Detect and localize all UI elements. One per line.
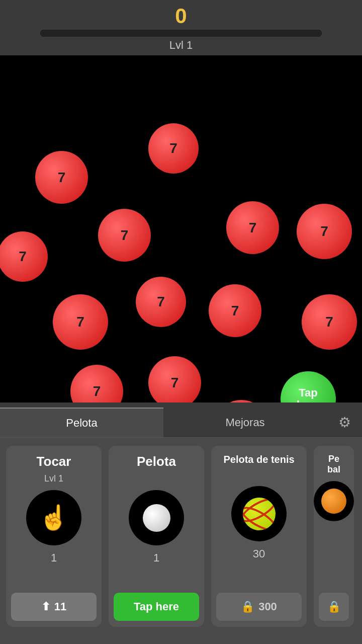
lock-icon: 🔒 xyxy=(241,600,254,613)
ball-6[interactable]: 7 xyxy=(297,204,352,259)
ball-11[interactable]: 7 xyxy=(70,365,123,403)
tabs-bar: Pelota Mejoras ⚙ xyxy=(0,408,362,438)
game-area[interactable]: 77777777777777Taphere xyxy=(0,55,362,403)
card-tenis-button[interactable]: 🔒 300 xyxy=(216,593,302,621)
card-tocar-cost: 11 xyxy=(54,600,66,613)
cards-container[interactable]: Tocar Lvl 1 ☝ 1 ⬆ 11 Pelota 1 Tap here xyxy=(0,438,362,639)
card-pelota-count: 1 xyxy=(153,551,159,565)
card-tenis-count: 30 xyxy=(253,547,265,560)
upgrade-arrow-icon: ⬆ xyxy=(41,600,50,613)
card-tocar-subtitle: Lvl 1 xyxy=(44,473,63,484)
progress-bar-container xyxy=(40,30,322,37)
card-tocar-count: 1 xyxy=(51,551,57,565)
ball-7[interactable]: 7 xyxy=(53,294,108,350)
card-tenis-subtitle xyxy=(257,469,260,480)
ball-3[interactable]: 7 xyxy=(98,209,151,262)
ball-12[interactable]: 7 xyxy=(148,356,201,403)
ball-15[interactable]: Taphere xyxy=(281,371,336,403)
tennis-ball-icon xyxy=(243,498,276,530)
card-partial-button[interactable]: 🔒 xyxy=(319,593,349,621)
bottom-panel: Pelota Mejoras ⚙ Tocar Lvl 1 ☝ 1 ⬆ 11 Pe… xyxy=(0,408,362,644)
card-pelota: Pelota 1 Tap here xyxy=(109,446,204,627)
settings-tab[interactable]: ⚙ xyxy=(327,414,362,431)
ball-5[interactable]: 7 xyxy=(226,201,279,254)
lock-icon-partial: 🔒 xyxy=(327,600,341,613)
level-label: Lvl 1 xyxy=(169,39,193,52)
card-partial-icon xyxy=(314,481,354,521)
gear-icon: ⚙ xyxy=(338,414,351,431)
card-partial: Pebal 🔒 xyxy=(314,446,354,627)
ball-10[interactable]: 7 xyxy=(302,294,357,350)
card-tenis-cost: 300 xyxy=(258,600,277,613)
card-pelota-icon xyxy=(129,490,184,545)
progress-bar xyxy=(40,30,322,37)
card-tocar-button[interactable]: ⬆ 11 xyxy=(11,593,97,621)
card-tocar: Tocar Lvl 1 ☝ 1 ⬆ 11 xyxy=(6,446,102,627)
ball-9[interactable]: 7 xyxy=(209,284,261,337)
ball-1[interactable]: 7 xyxy=(148,123,199,174)
ball-2[interactable]: 7 xyxy=(35,151,88,204)
ball-4[interactable]: 7 xyxy=(0,231,48,282)
card-pelota-subtitle xyxy=(155,473,157,484)
card-pelota-tenis: Pelota de tenis 30 🔒 300 xyxy=(211,446,307,627)
card-tocar-title: Tocar xyxy=(37,454,71,469)
orange-ball-icon xyxy=(321,489,346,514)
card-pelota-btn-label: Tap here xyxy=(134,600,179,613)
card-tenis-icon xyxy=(231,486,287,541)
score-display: 0 xyxy=(175,6,187,27)
header: 0 Lvl 1 xyxy=(0,0,362,55)
white-ball-icon xyxy=(143,504,170,532)
card-partial-title: Pebal xyxy=(327,454,340,475)
ball-13[interactable]: 7 xyxy=(214,400,269,403)
card-tocar-icon: ☝ xyxy=(26,490,81,545)
card-pelota-button[interactable]: Tap here xyxy=(114,593,199,621)
card-tenis-title: Pelota de tenis xyxy=(223,454,294,465)
ball-8[interactable]: 7 xyxy=(136,277,186,327)
tab-mejoras[interactable]: Mejoras xyxy=(163,408,327,437)
card-pelota-title: Pelota xyxy=(137,454,176,469)
hand-icon: ☝ xyxy=(39,504,69,532)
tab-pelota[interactable]: Pelota xyxy=(0,408,163,437)
